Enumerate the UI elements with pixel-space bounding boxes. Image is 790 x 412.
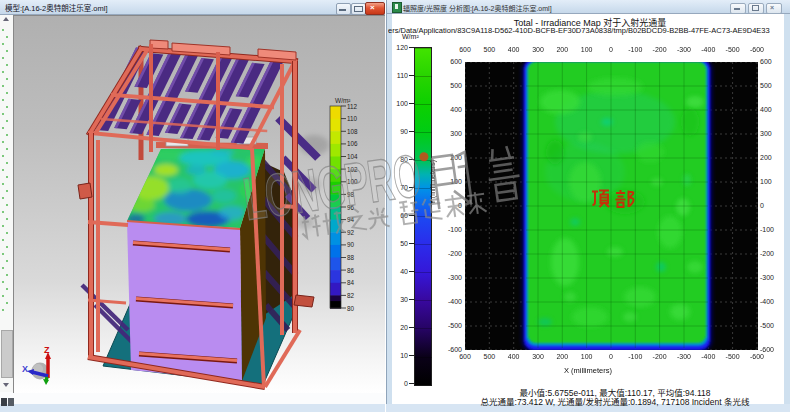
svg-text:82: 82 bbox=[347, 292, 355, 299]
svg-text:80: 80 bbox=[347, 305, 355, 312]
svg-text:Z: Z bbox=[44, 345, 50, 355]
svg-text:94: 94 bbox=[347, 216, 355, 223]
svg-text:110: 110 bbox=[347, 115, 358, 122]
svg-text:98: 98 bbox=[347, 191, 355, 198]
svg-text:96: 96 bbox=[347, 204, 355, 211]
svg-text:92: 92 bbox=[347, 229, 355, 236]
svg-text:86: 86 bbox=[347, 267, 355, 274]
svg-text:84: 84 bbox=[347, 279, 355, 286]
svg-text:112: 112 bbox=[347, 103, 358, 110]
svg-text:104: 104 bbox=[347, 153, 358, 160]
svg-text:106: 106 bbox=[347, 140, 358, 147]
svg-text:88: 88 bbox=[347, 254, 355, 261]
svg-text:X: X bbox=[22, 364, 28, 374]
svg-text:108: 108 bbox=[347, 128, 358, 135]
svg-text:100: 100 bbox=[347, 178, 358, 185]
svg-text:102: 102 bbox=[347, 166, 358, 173]
svg-text:90: 90 bbox=[347, 241, 355, 248]
